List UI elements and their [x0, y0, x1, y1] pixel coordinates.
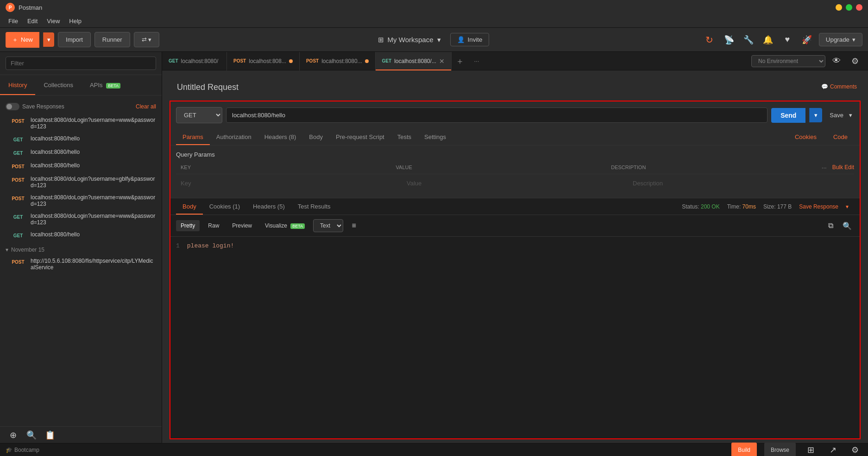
send-dropdown-button[interactable]: ▾ [809, 108, 822, 122]
method-select[interactable]: GET [176, 107, 222, 123]
history-url: http://10.5.6.108:8080/fis/httpservice/c… [31, 258, 156, 271]
sidebar-icon-btn-2[interactable]: 🔍 [24, 428, 39, 443]
list-item[interactable]: GET localhost:8080/hello [0, 133, 162, 146]
bootcamp-icon: 🎓 [6, 447, 13, 453]
req-tab-params[interactable]: Params [176, 129, 210, 145]
req-tab-body[interactable]: Body [302, 129, 329, 145]
new-button[interactable]: ＋ New [6, 32, 39, 48]
key-input-cell: Key [176, 177, 402, 190]
resp-tab-cookies[interactable]: Cookies (1) [203, 198, 246, 215]
preview-button[interactable]: Preview [227, 220, 257, 231]
list-item[interactable]: GET localhost:8080/hello [0, 146, 162, 159]
sidebar-filter-area [0, 52, 162, 75]
heart-button[interactable]: ♥ [780, 32, 795, 47]
resp-tab-test-results[interactable]: Test Results [291, 198, 337, 215]
pretty-button[interactable]: Pretty [176, 220, 200, 231]
tab-close-icon[interactable]: ✕ [439, 57, 445, 65]
new-dropdown-button[interactable]: ▾ [43, 32, 54, 47]
list-item[interactable]: POST localhost:8080/doLogin?username=www… [0, 191, 162, 210]
three-dots-icon[interactable]: ··· [822, 164, 827, 171]
maximize-button[interactable] [846, 4, 852, 11]
copy-icon[interactable]: ⧉ [824, 219, 837, 233]
save-button[interactable]: Save [826, 110, 847, 120]
env-settings-icon[interactable]: ⚙ [848, 54, 862, 69]
sidebar-tab-apis[interactable]: APIs BETA [82, 75, 129, 95]
sidebar-tab-collections[interactable]: Collections [35, 75, 82, 95]
statusbar-build-button[interactable]: Build [731, 443, 757, 456]
req-tab-settings[interactable]: Settings [418, 129, 453, 145]
history-section-header: Save Responses Clear all [0, 99, 162, 114]
filter-input[interactable] [6, 57, 156, 70]
tab-2[interactable]: POST localhost:8080... [300, 52, 376, 70]
import-button[interactable]: Import [58, 32, 91, 47]
menu-edit[interactable]: Edit [23, 16, 42, 26]
resp-tab-headers[interactable]: Headers (5) [246, 198, 291, 215]
response-body: 1 please login! [170, 237, 860, 438]
window-controls[interactable] [836, 4, 862, 11]
invite-button[interactable]: 👤 Invite [450, 33, 490, 46]
statusbar-bootcamp[interactable]: 🎓 Bootcamp [6, 447, 39, 453]
list-item[interactable]: POST localhost:8080/doLogin?username=www… [0, 114, 162, 133]
tab-add-button[interactable]: ＋ [452, 56, 468, 67]
menu-view[interactable]: View [42, 16, 64, 26]
req-tab-headers[interactable]: Headers (8) [258, 129, 303, 145]
visualize-button[interactable]: Visualize BETA [260, 220, 309, 231]
sync-button[interactable]: ↻ [702, 32, 717, 47]
req-tab-cookies[interactable]: Cookies [788, 129, 823, 145]
statusbar-icon-1[interactable]: ⊞ [803, 443, 818, 456]
sidebar-tab-history[interactable]: History [0, 75, 35, 95]
menu-file[interactable]: File [4, 16, 23, 26]
tab-method: GET [382, 58, 392, 63]
tab-0[interactable]: GET localhost:8080/ [162, 52, 227, 70]
raw-button[interactable]: Raw [203, 220, 224, 231]
search-icon[interactable]: 🔍 [840, 219, 854, 233]
tab-url: localhost:8080/ [181, 58, 219, 64]
save-responses-toggle[interactable]: Save Responses [6, 103, 64, 110]
history-url: localhost:8080/doLogin?username=gblfy&pa… [31, 176, 156, 189]
url-input[interactable] [226, 108, 767, 123]
tab-3[interactable]: GET localhost:8080/... ✕ [376, 52, 452, 70]
params-section: Query Params KEY VALUE DESCRIPTION ··· B… [170, 146, 860, 198]
req-tab-code[interactable]: Code [827, 129, 854, 145]
tab-1[interactable]: POST localhost:808... [227, 52, 300, 70]
req-tab-tests[interactable]: Tests [391, 129, 418, 145]
sidebar-icon-btn-3[interactable]: 📋 [43, 428, 57, 443]
workspace-selector[interactable]: ⊞ My Workspace ▾ [372, 33, 447, 47]
save-dropdown-button[interactable]: ▾ [847, 110, 854, 120]
runner-button[interactable]: Runner [94, 32, 130, 47]
resp-tab-body[interactable]: Body [176, 198, 203, 215]
send-button[interactable]: Send [771, 108, 805, 123]
satellite-button[interactable]: 📡 [722, 32, 736, 47]
list-item[interactable]: POST localhost:8080/doLogin?username=gbl… [0, 173, 162, 191]
statusbar-icon-3[interactable]: ⚙ [848, 443, 862, 456]
menu-help[interactable]: Help [64, 16, 86, 26]
req-tab-prerequest[interactable]: Pre-request Script [329, 129, 391, 145]
bell-button[interactable]: 🔔 [761, 32, 775, 47]
upgrade-button[interactable]: Upgrade ▾ [819, 33, 862, 46]
format-select[interactable]: Text [313, 219, 343, 232]
tab-more-button[interactable]: ··· [468, 57, 485, 64]
list-item[interactable]: GET localhost:8080/hello [0, 228, 162, 242]
request-title: Untitled Request [170, 76, 246, 97]
env-eye-icon[interactable]: 👁 [829, 54, 844, 69]
save-response-button[interactable]: Save Response [799, 203, 838, 210]
menubar: File Edit View Help [0, 15, 868, 28]
close-button[interactable] [856, 4, 862, 11]
statusbar-browse-button[interactable]: Browse [764, 443, 796, 456]
clear-all-button[interactable]: Clear all [136, 103, 156, 110]
list-item[interactable]: GET localhost:8080/doLogin?username=www&… [0, 210, 162, 228]
comments-button[interactable]: 💬 Comments [818, 82, 861, 92]
wrench-button[interactable]: 🔧 [741, 32, 756, 47]
env-dropdown[interactable]: No Environment [751, 55, 825, 67]
req-tab-authorization[interactable]: Authorization [210, 129, 258, 145]
wrap-icon[interactable]: ≡ [347, 219, 361, 233]
sidebar-icon-btn-1[interactable]: ⊕ [6, 428, 20, 443]
minimize-button[interactable] [836, 4, 842, 11]
statusbar-icon-2[interactable]: ↗ [825, 443, 840, 456]
list-item[interactable]: POST http://10.5.6.108:8080/fis/httpserv… [0, 255, 162, 273]
bulk-edit-button[interactable]: Bulk Edit [832, 164, 854, 171]
list-item[interactable]: POST localhost:8080/hello [0, 159, 162, 173]
rocket-button[interactable]: 🚀 [799, 32, 814, 47]
plus-icon: ＋ [12, 36, 18, 44]
workspace-actions-button[interactable]: ⇄ ▾ [134, 32, 160, 47]
